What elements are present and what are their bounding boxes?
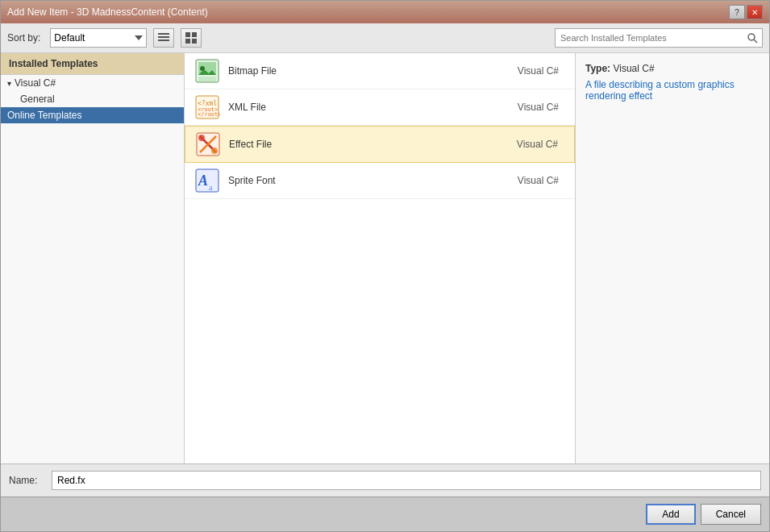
search-input[interactable] <box>556 31 743 44</box>
svg-rect-4 <box>192 32 197 37</box>
sprite-font-icon: A a <box>194 168 220 193</box>
svg-rect-6 <box>192 39 197 44</box>
sidebar-item-visual-csharp-label: Visual C# <box>15 77 56 89</box>
sidebar-item-online-templates-label: Online Templates <box>7 110 82 121</box>
main-window: Add New Item - 3D MadnessContent (Conten… <box>0 0 770 532</box>
xml-file-type: Visual C# <box>518 102 559 113</box>
template-list: Bitmap File Visual C# <?xml <root> </roo… <box>185 53 576 463</box>
bitmap-file-name: Bitmap File <box>228 65 518 77</box>
grid-view-button[interactable] <box>181 28 202 48</box>
bitmap-file-icon <box>194 58 220 84</box>
info-description: A file describing a custom graphics rend… <box>585 79 760 102</box>
xml-file-name: XML File <box>228 102 518 113</box>
info-panel: Type: Visual C# A file describing a cust… <box>576 53 769 463</box>
name-bar: Name: <box>1 463 769 497</box>
svg-point-22 <box>211 148 218 154</box>
sidebar-tree: ▾ Visual C# General Online Templates <box>1 75 184 463</box>
xml-file-icon: <?xml <root> </root> <box>194 94 220 120</box>
name-input[interactable] <box>52 471 761 490</box>
sort-by-label: Sort by: <box>7 32 40 44</box>
footer-buttons: Add Cancel <box>1 497 769 531</box>
main-content: Sort by: Default Name Type <box>1 23 769 531</box>
list-view-button[interactable] <box>153 28 174 48</box>
expand-icon: ▾ <box>7 79 11 88</box>
svg-rect-2 <box>158 39 169 41</box>
info-type-value: Visual C# <box>613 63 654 74</box>
body-row: Installed Templates ▾ Visual C# General … <box>1 53 769 463</box>
name-label: Name: <box>9 475 45 486</box>
svg-rect-0 <box>158 33 169 35</box>
window-title: Add New Item - 3D MadnessContent (Conten… <box>7 6 208 18</box>
svg-rect-11 <box>198 77 216 81</box>
svg-text:A: A <box>198 172 208 189</box>
svg-point-21 <box>198 135 205 141</box>
list-view-icon <box>158 32 169 44</box>
sidebar-item-visual-csharp[interactable]: ▾ Visual C# <box>1 75 184 91</box>
sidebar-item-general-label: General <box>20 94 55 105</box>
sidebar-item-general[interactable]: General <box>1 91 184 107</box>
sort-dropdown[interactable]: Default Name Type <box>50 28 147 48</box>
sidebar: Installed Templates ▾ Visual C# General … <box>1 53 185 463</box>
info-type-line: Type: Visual C# <box>585 63 760 74</box>
sidebar-item-online-templates[interactable]: Online Templates <box>1 107 184 123</box>
effect-file-type: Visual C# <box>517 139 558 150</box>
svg-rect-1 <box>158 36 169 38</box>
template-item-effect[interactable]: Effect File Visual C# <box>185 126 575 163</box>
bitmap-file-type: Visual C# <box>518 65 559 77</box>
template-item-xml[interactable]: <?xml <root> </root> XML File Visual C# <box>185 89 575 126</box>
template-item-sprite-font[interactable]: A a Sprite Font Visual C# <box>185 163 575 199</box>
svg-rect-5 <box>185 39 190 44</box>
effect-file-name: Effect File <box>229 139 517 150</box>
svg-line-8 <box>754 39 757 43</box>
effect-file-icon <box>195 131 221 157</box>
help-button[interactable]: ? <box>729 5 745 19</box>
search-box <box>555 28 763 48</box>
sidebar-header: Installed Templates <box>1 53 184 75</box>
template-item-bitmap[interactable]: Bitmap File Visual C# <box>185 53 575 89</box>
toolbar-row: Sort by: Default Name Type <box>1 23 769 53</box>
search-button[interactable] <box>743 29 762 47</box>
svg-point-7 <box>748 34 755 40</box>
svg-text:</root>: </root> <box>198 111 220 118</box>
title-bar: Add New Item - 3D MadnessContent (Conten… <box>1 1 769 23</box>
sprite-font-name: Sprite Font <box>228 175 518 186</box>
add-button[interactable]: Add <box>646 504 695 525</box>
grid-view-icon <box>185 32 197 44</box>
close-button[interactable]: ✕ <box>747 5 763 19</box>
sprite-font-type: Visual C# <box>518 175 559 186</box>
svg-text:a: a <box>209 183 213 192</box>
search-icon <box>747 32 758 44</box>
svg-rect-3 <box>185 32 190 37</box>
info-type-label: Type: <box>585 63 610 74</box>
cancel-button[interactable]: Cancel <box>701 504 761 525</box>
title-bar-buttons: ? ✕ <box>729 5 763 19</box>
